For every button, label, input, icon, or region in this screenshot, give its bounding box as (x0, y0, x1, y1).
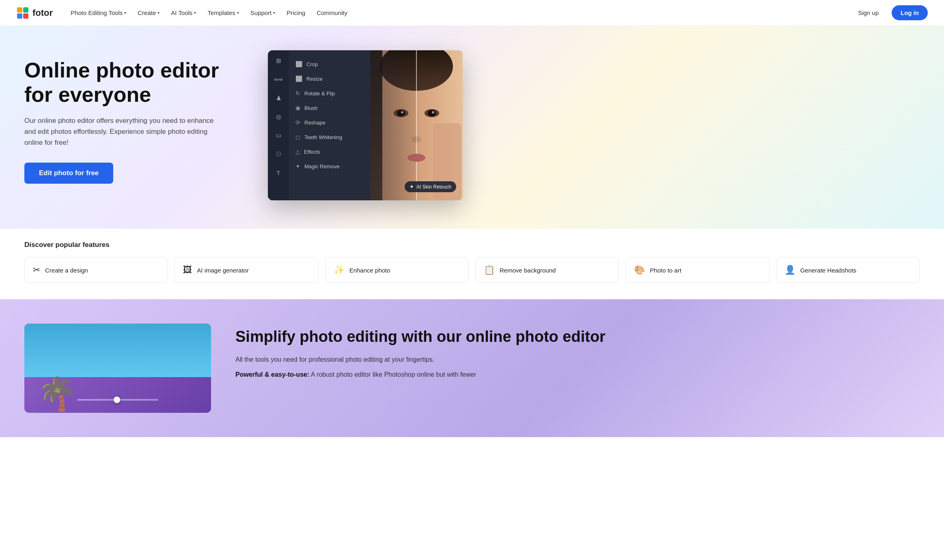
canvas-bg: ✦ AI Skin Retouch (370, 50, 463, 200)
editor-canvas: ✦ AI Skin Retouch (370, 50, 463, 200)
ai-badge-label: AI Skin Retouch (416, 184, 451, 190)
photo-art-icon: 🎨 (634, 265, 645, 275)
feature-enhance-photo[interactable]: ✨ Enhance photo (325, 257, 469, 283)
headshots-label: Generate Headshots (800, 267, 856, 274)
slider-thumb[interactable] (114, 397, 120, 403)
second-bold-desc: Powerful & easy-to-use: A robust photo e… (235, 369, 920, 380)
ai-image-label: AI image generator (197, 267, 249, 274)
nav-pricing[interactable]: Pricing (282, 6, 310, 19)
feature-ai-image-generator[interactable]: 🖼 AI image generator (175, 257, 318, 283)
create-design-icon: ✂ (33, 265, 40, 275)
nav-templates[interactable]: Templates ▾ (203, 6, 244, 19)
sidebar-group-icon[interactable]: ⚇ (273, 148, 284, 160)
svg-rect-1 (17, 7, 22, 13)
enhance-icon: ✨ (334, 265, 345, 275)
second-text: Simplify photo editing with our online p… (235, 324, 920, 385)
second-section: 🌴 Simplify photo editing with our online… (0, 299, 944, 437)
nav-support[interactable]: Support ▾ (246, 6, 280, 19)
feature-generate-headshots[interactable]: 👤 Generate Headshots (776, 257, 920, 283)
second-desc: All the tools you need for professional … (235, 354, 920, 365)
remove-bg-label: Remove background (500, 267, 556, 274)
editor-mockup: ⊞ ⟺ ♟ ◎ ▭ ⚇ T ⬜ Crop ⬜ Resize ↻ (268, 50, 463, 200)
ai-icon: ✦ (409, 184, 414, 190)
panel-reshape[interactable]: ⟳ Reshape (289, 115, 370, 130)
logo-text: fotor (32, 8, 53, 18)
rotate-icon: ↻ (295, 90, 300, 97)
chevron-down-icon: ▾ (237, 11, 239, 15)
panel-magic-remove[interactable]: ✦ Magic Remove (289, 159, 370, 174)
panel-rotate[interactable]: ↻ Rotate & Flip (289, 86, 370, 101)
features-section: Discover popular features ✂ Create a des… (0, 229, 944, 299)
chevron-down-icon: ▾ (157, 11, 159, 15)
svg-rect-3 (17, 13, 22, 19)
sidebar-frame-icon[interactable]: ▭ (273, 130, 284, 141)
panel-crop[interactable]: ⬜ Crop (289, 57, 370, 71)
nav-community[interactable]: Community (312, 6, 352, 19)
login-button[interactable]: Log in (892, 5, 928, 20)
second-image-area: 🌴 (24, 324, 211, 413)
panel-teeth-whitening[interactable]: ◻ Teeth Whitening (289, 130, 370, 144)
nav-links: Photo Editing Tools ▾ Create ▾ AI Tools … (66, 6, 851, 19)
features-title: Discover popular features (24, 241, 920, 249)
ai-skin-badge: ✦ AI Skin Retouch (405, 181, 456, 192)
nav-photo-editing-tools[interactable]: Photo Editing Tools ▾ (66, 6, 131, 19)
sidebar-adjust-icon[interactable]: ⟺ (273, 74, 284, 85)
sidebar-eye-icon[interactable]: ◎ (273, 111, 284, 122)
blush-icon: ◉ (295, 105, 300, 111)
nav-create[interactable]: Create ▾ (133, 6, 164, 19)
image-placeholder: 🌴 (24, 324, 211, 413)
reshape-icon: ⟳ (295, 119, 300, 126)
navbar: fotor Photo Editing Tools ▾ Create ▾ AI … (0, 0, 944, 26)
panel-teeth-label: Teeth Whitening (304, 134, 342, 140)
hero-description: Our online photo editor offers everythin… (24, 115, 219, 148)
crop-icon: ⬜ (295, 61, 302, 67)
create-design-label: Create a design (45, 267, 88, 274)
panel-resize[interactable]: ⬜ Resize (289, 71, 370, 86)
photo-art-label: Photo to art (650, 267, 681, 274)
teeth-icon: ◻ (295, 134, 300, 140)
slider-bar (77, 399, 158, 401)
panel-blush[interactable]: ◉ Blush (289, 101, 370, 115)
panel-crop-label: Crop (306, 61, 318, 67)
chevron-down-icon: ▾ (124, 11, 126, 15)
chevron-down-icon: ▾ (194, 11, 196, 15)
fotor-logo-icon (16, 6, 29, 19)
panel-resize-label: Resize (306, 76, 323, 82)
magic-icon: ✦ (295, 163, 300, 170)
svg-rect-2 (23, 7, 28, 13)
panel-magic-label: Magic Remove (304, 163, 340, 170)
sky-background (24, 324, 211, 377)
nav-ai-tools[interactable]: AI Tools ▾ (166, 6, 201, 19)
hero-left: Online photo editor for everyone Our onl… (24, 50, 252, 184)
panel-effects-label: Effects (304, 149, 320, 155)
face-overlay (370, 50, 463, 200)
feature-create-design[interactable]: ✂ Create a design (24, 257, 168, 283)
edit-photo-button[interactable]: Edit photo for free (24, 163, 113, 184)
second-bold-text: Powerful & easy-to-use: (235, 371, 309, 378)
logo[interactable]: fotor (16, 6, 53, 19)
signup-button[interactable]: Sign up (851, 6, 885, 19)
feature-remove-background[interactable]: 📋 Remove background (475, 257, 619, 283)
svg-rect-4 (23, 13, 28, 19)
second-bold-suffix: A robust photo editor like Photoshop onl… (311, 371, 476, 378)
hero-right: ⊞ ⟺ ♟ ◎ ▭ ⚇ T ⬜ Crop ⬜ Resize ↻ (268, 50, 463, 200)
effects-icon: △ (295, 148, 300, 155)
panel-rotate-label: Rotate & Flip (304, 90, 335, 97)
enhance-label: Enhance photo (349, 267, 390, 274)
panel-effects[interactable]: △ Effects (289, 144, 370, 159)
hero-title: Online photo editor for everyone (24, 58, 252, 107)
palm-icon: 🌴 (37, 375, 77, 413)
sidebar-text-icon[interactable]: T (273, 167, 284, 178)
editor-panel: ⬜ Crop ⬜ Resize ↻ Rotate & Flip ◉ Blush … (289, 50, 370, 200)
nav-right: Sign up Log in (851, 5, 928, 20)
resize-icon: ⬜ (295, 75, 302, 82)
features-grid: ✂ Create a design 🖼 AI image generator ✨… (24, 257, 920, 283)
sidebar-grid-icon[interactable]: ⊞ (273, 55, 284, 67)
chevron-down-icon: ▾ (273, 11, 275, 15)
ai-image-icon: 🖼 (183, 265, 192, 275)
sidebar-person-icon[interactable]: ♟ (273, 92, 284, 104)
panel-reshape-label: Reshape (304, 120, 325, 126)
feature-photo-to-art[interactable]: 🎨 Photo to art (625, 257, 769, 283)
panel-blush-label: Blush (304, 105, 318, 111)
hero-section: Online photo editor for everyone Our onl… (0, 26, 944, 229)
